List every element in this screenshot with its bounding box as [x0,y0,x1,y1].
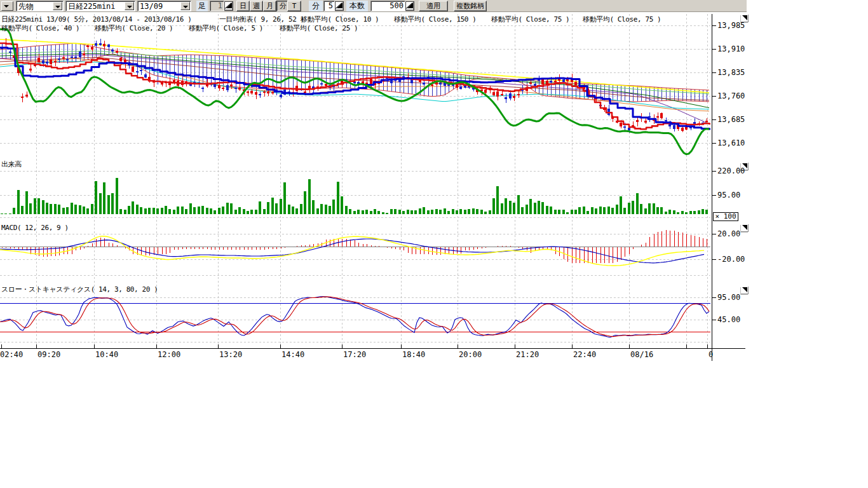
volume-bar [34,198,36,214]
volume-bar [653,203,655,214]
candle-body [66,59,69,60]
value-axis-label: 13,985 [717,22,745,30]
volume-bar [341,196,343,214]
volume-bar [447,211,450,214]
volume-bar [538,201,540,214]
time-axis-label: 02:40 [0,351,23,359]
volume-bar [685,212,688,214]
volume-bar [414,210,417,214]
candle-body [230,85,233,86]
time-axis-label: 10:40 [95,351,118,359]
volume-bar [312,200,315,214]
candle-body [656,116,659,118]
chart-line [0,297,709,337]
candle-body [517,94,520,95]
candle-body [116,51,118,53]
value-axis-label: 220.00 [717,167,745,175]
apply-button[interactable]: 適用 [419,1,448,11]
volume-bar [263,209,266,214]
indicator-label: 移動平均( Close, 150 ) [394,15,477,24]
count-value-field[interactable]: 500 [370,1,405,11]
time-axis-label: 08/16 [630,351,653,359]
count-spin-button[interactable] [405,1,414,11]
volume-bar [390,209,393,214]
chevron-down-icon[interactable] [180,2,190,10]
time-axis-label: 22:40 [573,351,596,359]
candle-body [541,79,544,85]
volume-bar [370,211,372,214]
volume-bar [210,208,212,214]
instrument-type-combo[interactable]: 先物 [16,1,64,11]
candle-body [42,60,44,64]
count-label: 本数 [346,1,368,11]
volume-bar [599,207,602,214]
volume-bar [648,203,651,214]
combo-stub-dropdown[interactable] [1,1,13,11]
stoch-scale-button[interactable] [741,287,749,294]
volume-bar [492,198,495,214]
candle-body [636,120,639,122]
candle-body [54,61,57,62]
period-button-tick[interactable]: T [287,1,301,11]
contract-combo[interactable]: 13/09 [137,1,191,11]
chevron-down-icon[interactable] [53,2,62,10]
volume-bar [111,193,114,214]
volume-bar [509,201,512,214]
volume-bar [620,196,622,214]
candle-body [496,92,499,96]
indicator-label: 一目均衡表( 9, 26, 52 ) [219,15,304,24]
candle-body [201,88,204,89]
candle-body [562,79,565,82]
volume-bar [140,207,142,214]
period-button-month[interactable]: 月 [263,1,276,11]
candle-body [263,92,266,93]
volume-bar [95,181,97,214]
volume-bar [402,211,405,214]
chevron-down-icon[interactable] [125,2,134,10]
candle-body [214,84,216,87]
volume-bar [496,186,499,214]
indicator-label: 移動平均( Close, 40 ) [1,24,79,32]
candle-body [259,94,261,95]
period-button-day[interactable]: 日 [236,1,250,11]
candle-body [459,86,462,89]
value-axis-label: 13,760 [717,92,745,100]
candle-body [140,70,142,71]
minute-spin-button[interactable] [335,1,344,11]
volume-bar [541,202,544,214]
volume-bar [587,211,589,214]
instrument-combo[interactable]: 日経225mini [65,1,135,11]
minute-value-field[interactable]: 5 [323,1,335,11]
volume-bar [132,201,134,214]
macd-scale-button[interactable] [741,224,749,232]
volume-bar [362,210,364,214]
volume-bar [394,209,397,214]
volume-bar [357,210,360,214]
candle-body [107,44,110,47]
volume-bar [332,200,335,214]
bar-interval-spin-button[interactable] [224,1,233,11]
indicator-label: 移動平均( Close, 75 ) [491,15,569,24]
candle-body [550,81,552,83]
bar-interval-field[interactable]: 1 [210,1,224,11]
volume-bar [214,210,216,214]
period-button-week[interactable]: 週 [250,1,263,11]
candle-body [50,60,52,64]
candle-body [21,97,24,98]
value-axis-label: 20.00 [717,230,740,238]
candle-body [320,83,323,85]
volume-bar [459,209,462,214]
candle-body [74,57,77,58]
volume-bar [410,210,413,214]
multi-symbol-button[interactable]: 複数銘柄 [454,1,487,11]
candle-body [513,96,515,98]
volume-bar [292,207,294,214]
volume-bar [259,201,261,214]
volume-bar [17,190,20,214]
volume-bar [198,207,200,214]
volume-bar [275,203,278,214]
candle-body [218,85,220,88]
candle-body [46,62,48,64]
candle-body [255,92,257,95]
volume-bar [325,205,327,214]
